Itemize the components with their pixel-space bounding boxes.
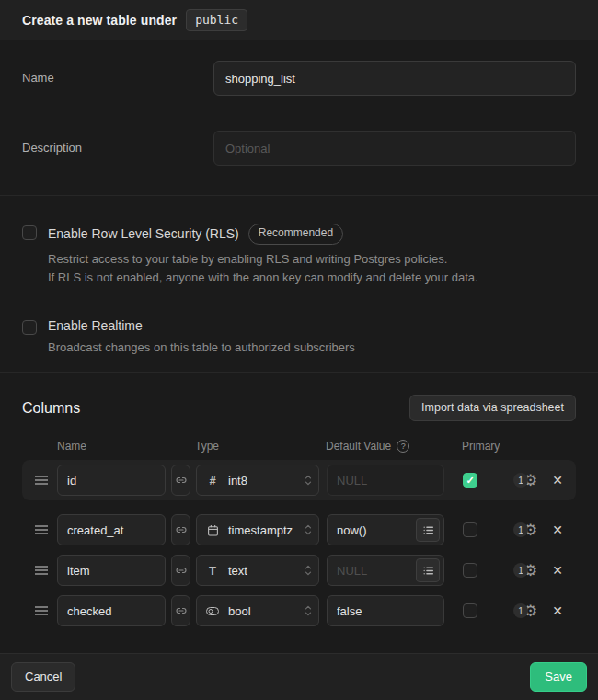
dialog-footer: Cancel Save <box>0 653 598 700</box>
column-name-input[interactable] <box>57 555 166 586</box>
settings-count-badge: 1 <box>513 603 528 618</box>
column-row-checked: bool 1 ⚙ ✕ <box>22 591 576 631</box>
primary-key-checkbox[interactable] <box>463 522 477 537</box>
import-spreadsheet-button[interactable]: Import data via spreadsheet <box>409 395 576 421</box>
chevron-updown-icon <box>304 564 313 577</box>
table-name-input[interactable] <box>213 61 576 96</box>
drag-handle-icon[interactable] <box>35 565 48 576</box>
drag-handle-icon[interactable] <box>35 605 48 616</box>
remove-column-icon[interactable]: ✕ <box>552 523 563 536</box>
remove-column-icon[interactable]: ✕ <box>552 604 563 617</box>
default-suggestions-icon[interactable] <box>416 518 440 542</box>
foreign-key-link-icon[interactable] <box>171 595 190 626</box>
calendar-icon <box>206 524 219 536</box>
default-value-field <box>327 595 444 626</box>
default-value-input[interactable] <box>337 523 416 537</box>
name-label: Name <box>22 61 213 96</box>
text-icon: T <box>206 564 219 578</box>
default-value-field <box>327 514 444 545</box>
column-type-select[interactable]: # int8 <box>196 465 319 496</box>
settings-count-badge: 1 <box>513 563 528 578</box>
column-row-item: T text 1 ⚙ ✕ <box>22 550 576 591</box>
chevron-updown-icon <box>304 604 313 617</box>
rls-description: Restrict access to your table by enablin… <box>48 250 478 287</box>
schema-badge: public <box>186 9 247 31</box>
columns-title: Columns <box>22 400 80 417</box>
columns-grid-header: Name Type Default Value ? Primary <box>22 440 576 453</box>
column-type-select[interactable]: timestamptz <box>196 514 319 545</box>
foreign-key-link-icon[interactable] <box>171 555 190 586</box>
columns-section: Columns Import data via spreadsheet Name… <box>0 373 598 653</box>
drag-handle-icon[interactable] <box>35 475 48 486</box>
recommended-badge: Recommended <box>248 224 343 245</box>
column-name-input[interactable] <box>57 514 166 545</box>
column-name-input[interactable] <box>57 465 166 496</box>
primary-key-checkbox[interactable] <box>463 603 477 618</box>
foreign-key-link-icon[interactable] <box>171 514 190 545</box>
default-value-input[interactable] <box>337 604 440 618</box>
header-primary: Primary <box>462 440 500 453</box>
table-details-section: Name Description <box>0 40 598 195</box>
realtime-description: Broadcast changes on this table to autho… <box>48 339 355 357</box>
create-table-dialog: Create a new table under public Name Des… <box>0 0 598 700</box>
column-type-select[interactable]: T text <box>196 555 319 586</box>
remove-column-icon[interactable]: ✕ <box>552 564 563 577</box>
default-suggestions-icon[interactable] <box>416 558 440 582</box>
settings-count-badge: 1 <box>513 473 528 488</box>
help-icon[interactable]: ? <box>397 440 409 453</box>
settings-count-badge: 1 <box>513 522 528 537</box>
column-type-select[interactable]: bool <box>196 595 319 626</box>
boolean-icon <box>206 605 219 617</box>
rls-label: Enable Row Level Security (RLS) <box>48 226 239 241</box>
foreign-key-link-icon[interactable] <box>171 465 190 496</box>
drag-handle-icon[interactable] <box>35 524 48 535</box>
rls-checkbox[interactable] <box>22 225 37 240</box>
header-name: Name <box>57 440 195 453</box>
header-type: Type <box>195 440 326 453</box>
realtime-label: Enable Realtime <box>48 318 143 333</box>
remove-column-icon[interactable]: ✕ <box>552 474 563 487</box>
chevron-updown-icon <box>304 523 313 536</box>
save-button[interactable]: Save <box>530 662 587 692</box>
primary-key-checkbox[interactable] <box>463 563 477 578</box>
dialog-title: Create a new table under <box>22 13 177 28</box>
column-row-id: # int8 ✓ 1 ⚙ ✕ <box>22 460 576 500</box>
default-value-input[interactable] <box>337 564 416 578</box>
dialog-header: Create a new table under public <box>0 0 598 40</box>
default-value-field <box>327 555 444 586</box>
header-default-value: Default Value ? <box>326 440 462 453</box>
primary-key-checkbox[interactable]: ✓ <box>463 473 477 488</box>
description-label: Description <box>22 131 213 166</box>
realtime-checkbox[interactable] <box>22 320 37 335</box>
column-name-input[interactable] <box>57 595 166 626</box>
table-description-input[interactable] <box>213 131 576 166</box>
security-section: Enable Row Level Security (RLS) Recommen… <box>0 196 598 372</box>
chevron-updown-icon <box>304 474 313 487</box>
hash-icon: # <box>206 474 219 488</box>
default-value-field <box>327 465 444 496</box>
cancel-button[interactable]: Cancel <box>11 662 75 692</box>
column-row-created-at: timestamptz 1 ⚙ ✕ <box>22 510 576 550</box>
default-value-input[interactable] <box>337 474 440 488</box>
